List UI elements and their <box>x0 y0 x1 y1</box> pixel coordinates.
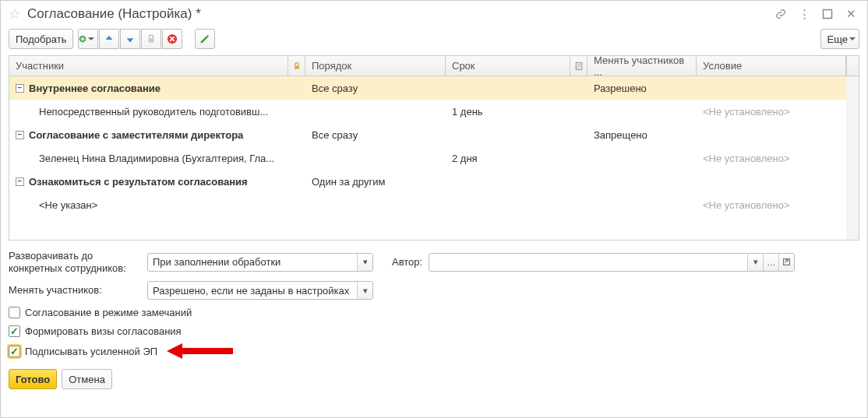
cell-participants: <Не указан> <box>16 199 97 211</box>
sign-checkbox[interactable] <box>9 346 20 357</box>
author-combo[interactable]: ▾ … <box>429 253 795 272</box>
favorite-star-icon[interactable]: ☆ <box>9 5 21 23</box>
cell-term <box>446 170 570 193</box>
expand-combo-value: При заполнении обработки <box>148 254 357 271</box>
visas-checkbox[interactable] <box>9 325 20 337</box>
cell-change: Запрещено <box>587 123 697 146</box>
scroll-gutter-head <box>846 56 859 76</box>
collapse-icon[interactable]: − <box>16 131 24 139</box>
select-button[interactable]: Подобрать <box>9 29 73 49</box>
expand-combo[interactable]: При заполнении обработки ▾ <box>147 253 373 272</box>
table-row[interactable]: − Ознакомиться с результатом согласовани… <box>9 170 846 193</box>
cell-participants: Ознакомиться с результатом согласования <box>29 176 248 188</box>
cell-condition: <Не установлено> <box>697 193 846 216</box>
cell-change <box>587 146 697 170</box>
remarks-checkbox[interactable] <box>9 307 20 318</box>
cell-order: Один за другим <box>305 170 446 193</box>
more-button-label: Еще <box>827 33 848 45</box>
col-condition[interactable]: Условие <box>697 56 846 76</box>
maximize-icon[interactable] <box>819 5 836 23</box>
cell-term <box>446 123 570 146</box>
ok-button[interactable]: Готово <box>9 369 57 389</box>
close-icon[interactable]: ✕ <box>842 5 859 23</box>
delete-button[interactable] <box>162 29 182 49</box>
change-label: Менять участников: <box>9 284 141 297</box>
more-button[interactable]: Еще <box>820 29 859 49</box>
col-lock-icon[interactable] <box>288 56 305 76</box>
table-row[interactable]: − Согласование с заместителями директора… <box>9 123 846 146</box>
annotation-arrow-icon <box>167 344 233 358</box>
titlebar: ☆ Согласование (Настройка) * ⋮ ✕ <box>1 1 867 26</box>
cell-change: Разрешено <box>587 76 697 100</box>
settings-form: Разворачивать до конкретных сотрудников:… <box>1 241 867 364</box>
svg-rect-0 <box>824 10 832 19</box>
col-term[interactable]: Срок <box>446 56 570 76</box>
cell-condition: <Не установлено> <box>697 146 846 170</box>
cell-condition <box>697 76 846 100</box>
ellipsis-icon[interactable]: … <box>763 254 778 271</box>
table-row[interactable]: − Внутреннее согласование Все сразу Разр… <box>9 76 846 100</box>
table-header: Участники Порядок Срок Менять участников… <box>9 56 859 76</box>
cell-order <box>305 193 446 216</box>
cell-condition: <Не установлено> <box>697 100 846 123</box>
cell-term <box>446 193 570 216</box>
cancel-button[interactable]: Отмена <box>62 369 112 389</box>
ok-button-label: Готово <box>16 374 50 385</box>
window-title: Согласование (Настройка) * <box>27 6 766 22</box>
move-up-button[interactable] <box>99 29 119 49</box>
toolbar: Подобрать Еще <box>1 26 867 55</box>
vertical-scrollbar[interactable] <box>846 76 859 240</box>
cell-change <box>587 100 697 123</box>
window: ☆ Согласование (Настройка) * ⋮ ✕ Подобра… <box>0 0 868 418</box>
toolbar-group-main <box>78 29 182 49</box>
svg-rect-2 <box>149 38 154 42</box>
cell-participants: Зеленец Нина Владимировна (Бухгалтерия, … <box>16 153 274 164</box>
open-icon[interactable] <box>778 254 794 271</box>
svg-rect-4 <box>295 65 299 69</box>
col-document-icon[interactable] <box>570 56 587 76</box>
collapse-icon[interactable]: − <box>16 84 24 93</box>
col-order[interactable]: Порядок <box>305 56 446 76</box>
table-row[interactable]: Непосредственный руководитель подготовив… <box>9 100 846 123</box>
cell-participants: Непосредственный руководитель подготовив… <box>16 106 268 118</box>
cell-condition <box>697 170 846 193</box>
cell-term: 1 день <box>446 100 570 123</box>
chevron-down-icon[interactable]: ▾ <box>357 282 372 299</box>
change-combo[interactable]: Разрешено, если не заданы в настройках ▾ <box>147 281 373 300</box>
cell-order: Все сразу <box>305 123 446 146</box>
lock-button[interactable] <box>141 29 161 49</box>
collapse-icon[interactable]: − <box>16 177 24 186</box>
table-row[interactable]: <Не указан> <Не установлено> <box>9 193 846 216</box>
sign-checkbox-label: Подписывать усиленной ЭП <box>25 346 157 357</box>
cell-participants: Внутреннее согласование <box>29 83 161 94</box>
cell-change <box>587 193 697 216</box>
cell-term <box>446 76 570 100</box>
cell-condition <box>697 123 846 146</box>
col-change[interactable]: Менять участников ... <box>587 56 697 76</box>
col-participants[interactable]: Участники <box>9 56 288 76</box>
author-combo-value <box>429 254 747 271</box>
author-label: Автор: <box>392 256 422 268</box>
cell-participants: Согласование с заместителями директора <box>29 129 243 141</box>
cancel-button-label: Отмена <box>69 374 105 385</box>
change-combo-value: Разрешено, если не заданы в настройках <box>148 282 357 299</box>
select-button-label: Подобрать <box>16 33 66 45</box>
cell-term: 2 дня <box>446 146 570 170</box>
visas-checkbox-label: Формировать визы согласования <box>25 325 182 337</box>
table-row[interactable]: Зеленец Нина Владимировна (Бухгалтерия, … <box>9 146 846 170</box>
move-down-button[interactable] <box>120 29 140 49</box>
table-body: − Внутреннее согласование Все сразу Разр… <box>9 76 846 240</box>
cell-order <box>305 146 446 170</box>
cell-change <box>587 170 697 193</box>
participants-table: Участники Порядок Срок Менять участников… <box>9 55 859 241</box>
expand-label: Разворачивать до конкретных сотрудников: <box>9 250 141 274</box>
link-icon[interactable] <box>772 5 789 23</box>
cell-order: Все сразу <box>305 76 446 100</box>
chevron-down-icon[interactable]: ▾ <box>747 254 763 271</box>
cell-order <box>305 100 446 123</box>
kebab-menu-icon[interactable]: ⋮ <box>796 5 813 23</box>
remarks-checkbox-label: Согласование в режиме замечаний <box>25 307 192 318</box>
edit-button[interactable] <box>195 29 215 49</box>
chevron-down-icon[interactable]: ▾ <box>357 254 372 271</box>
add-button[interactable] <box>78 29 98 49</box>
